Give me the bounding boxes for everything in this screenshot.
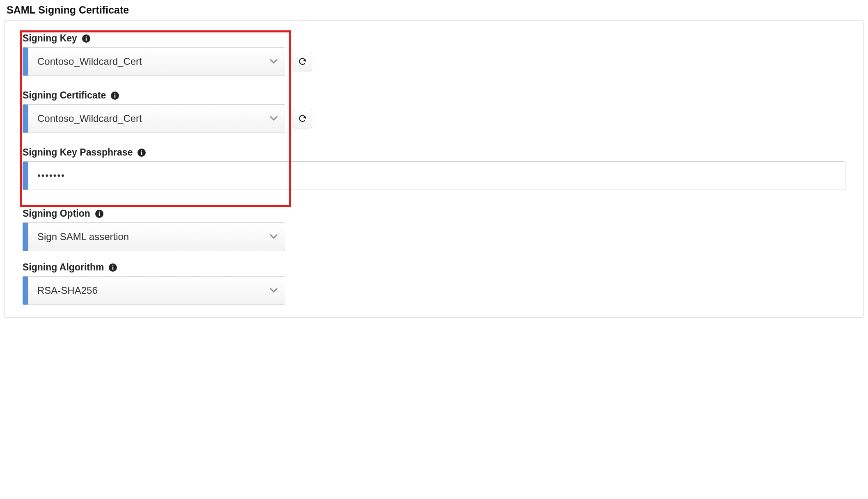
signing-key-passphrase-group: Signing Key Passphrase ••••••• bbox=[23, 147, 845, 190]
signing-algorithm-select[interactable]: RSA-SHA256 bbox=[23, 276, 285, 305]
signing-option-group: Signing Option Sign SAML assertion bbox=[23, 208, 845, 251]
svg-rect-1 bbox=[86, 38, 87, 40]
signing-option-label: Signing Option bbox=[23, 208, 90, 219]
info-icon[interactable] bbox=[137, 149, 146, 157]
signing-key-refresh-button[interactable] bbox=[293, 52, 312, 71]
signing-algorithm-value: RSA-SHA256 bbox=[37, 285, 98, 296]
signing-key-label: Signing Key bbox=[23, 33, 77, 44]
signing-key-passphrase-label: Signing Key Passphrase bbox=[23, 147, 133, 158]
section-title: SAML Signing Certificate bbox=[7, 4, 129, 16]
signing-key-group: Signing Key Contoso_Wildcard_Cert bbox=[23, 33, 845, 76]
svg-rect-4 bbox=[115, 95, 116, 97]
signing-key-value: Contoso_Wildcard_Cert bbox=[37, 56, 142, 67]
refresh-icon bbox=[298, 114, 307, 123]
signing-key-passphrase-input[interactable]: ••••••• bbox=[23, 161, 845, 190]
svg-point-14 bbox=[112, 265, 114, 266]
svg-rect-13 bbox=[112, 267, 114, 269]
section-header[interactable]: SAML Signing Certificate bbox=[4, 4, 864, 20]
chevron-down-icon bbox=[270, 115, 277, 122]
signing-option-value: Sign SAML assertion bbox=[37, 231, 129, 243]
svg-point-5 bbox=[115, 93, 116, 94]
signing-key-passphrase-value: ••••••• bbox=[37, 170, 65, 181]
info-icon[interactable] bbox=[111, 92, 119, 100]
signing-certificate-label: Signing Certificate bbox=[23, 90, 106, 101]
signing-certificate-select[interactable]: Contoso_Wildcard_Cert bbox=[23, 104, 285, 133]
chevron-down-icon bbox=[270, 233, 277, 240]
svg-rect-10 bbox=[99, 213, 100, 215]
chevron-down-icon bbox=[270, 287, 277, 294]
signing-key-select[interactable]: Contoso_Wildcard_Cert bbox=[23, 47, 285, 76]
signing-option-select[interactable]: Sign SAML assertion bbox=[23, 222, 285, 251]
info-icon[interactable] bbox=[109, 263, 117, 272]
saml-signing-certificate-panel: Signing Key Contoso_Wildcard_Cert bbox=[4, 20, 864, 318]
signing-key-passphrase-label-row: Signing Key Passphrase bbox=[23, 147, 845, 158]
signing-certificate-group: Signing Certificate Contoso_Wildcard_Cer… bbox=[23, 90, 845, 133]
info-icon[interactable] bbox=[95, 210, 103, 218]
info-icon[interactable] bbox=[82, 34, 90, 43]
chevron-down-icon bbox=[270, 58, 277, 65]
signing-algorithm-label: Signing Algorithm bbox=[23, 262, 104, 273]
signing-certificate-value: Contoso_Wildcard_Cert bbox=[37, 113, 142, 124]
signing-key-label-row: Signing Key bbox=[23, 33, 845, 44]
svg-rect-7 bbox=[141, 152, 142, 154]
svg-point-2 bbox=[85, 36, 87, 37]
signing-algorithm-group: Signing Algorithm RSA-SHA256 bbox=[23, 262, 845, 305]
signing-certificate-refresh-button[interactable] bbox=[293, 109, 312, 128]
signing-option-label-row: Signing Option bbox=[23, 208, 845, 219]
signing-certificate-label-row: Signing Certificate bbox=[23, 90, 845, 101]
refresh-icon bbox=[298, 57, 307, 66]
svg-point-11 bbox=[98, 211, 100, 213]
signing-algorithm-label-row: Signing Algorithm bbox=[23, 262, 845, 273]
svg-point-8 bbox=[141, 150, 142, 151]
